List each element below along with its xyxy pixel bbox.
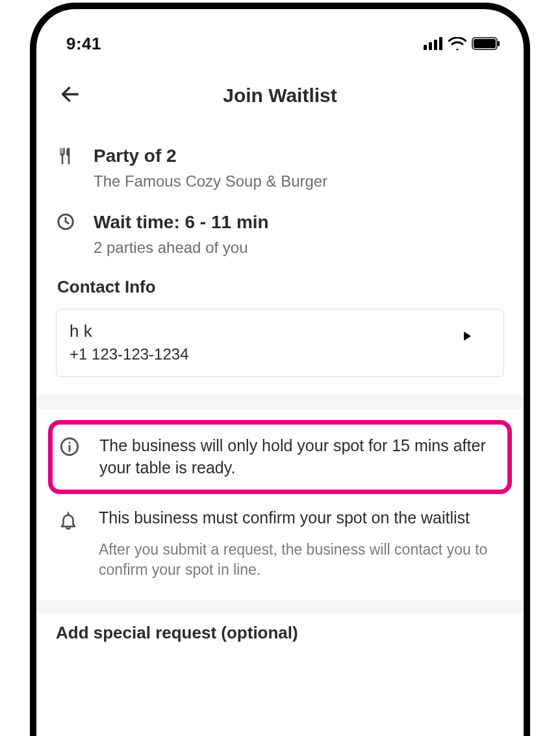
info-icon — [59, 435, 83, 460]
clock-icon — [56, 211, 79, 257]
party-size-label: Party of 2 — [94, 144, 504, 167]
section-divider — [36, 395, 524, 410]
confirm-info-row: This business must confirm your spot on … — [56, 503, 504, 580]
special-request-heading: Add special request (optional) — [56, 623, 504, 643]
party-info-row: Party of 2 The Famous Cozy Soup & Burger — [56, 144, 504, 191]
wifi-icon — [448, 37, 466, 50]
battery-icon — [472, 37, 500, 50]
svg-rect-2 — [434, 40, 437, 50]
contact-info-heading: Contact Info — [57, 277, 504, 297]
svg-rect-5 — [474, 39, 496, 48]
back-button[interactable] — [56, 81, 84, 110]
bell-icon — [58, 507, 82, 580]
status-bar: 9:41 — [36, 9, 524, 60]
wait-info-row: Wait time: 6 - 11 min 2 parties ahead of… — [56, 211, 504, 257]
status-time: 9:41 — [66, 34, 101, 54]
hold-spot-notice: The business will only hold your spot fo… — [99, 435, 498, 479]
contact-phone: +1 123-123-1234 — [70, 345, 189, 363]
svg-rect-1 — [429, 42, 432, 50]
venue-name: The Famous Cozy Soup & Burger — [94, 171, 504, 191]
svg-rect-0 — [424, 45, 427, 50]
utensils-icon — [56, 144, 79, 191]
contact-name: h k — [70, 321, 189, 341]
page-title: Join Waitlist — [223, 85, 337, 107]
svg-rect-6 — [498, 41, 500, 46]
page-header: Join Waitlist — [36, 70, 524, 121]
svg-point-11 — [68, 442, 70, 444]
device-frame: 9:41 Join Waitlist Party o — [30, 3, 530, 736]
svg-rect-3 — [439, 37, 442, 50]
contact-info-card[interactable]: h k +1 123-123-1234 — [56, 309, 504, 377]
section-divider — [36, 599, 524, 614]
wait-time-label: Wait time: 6 - 11 min — [94, 211, 504, 233]
highlight-annotation: The business will only hold your spot fo… — [48, 420, 512, 494]
status-icons — [424, 37, 500, 50]
caret-right-icon — [464, 332, 471, 341]
cellular-icon — [424, 37, 443, 50]
queue-position: 2 parties ahead of you — [94, 237, 504, 257]
confirm-subtext: After you submit a request, the business… — [99, 540, 503, 580]
arrow-left-icon — [59, 83, 81, 108]
confirm-title: This business must confirm your spot on … — [99, 507, 503, 529]
